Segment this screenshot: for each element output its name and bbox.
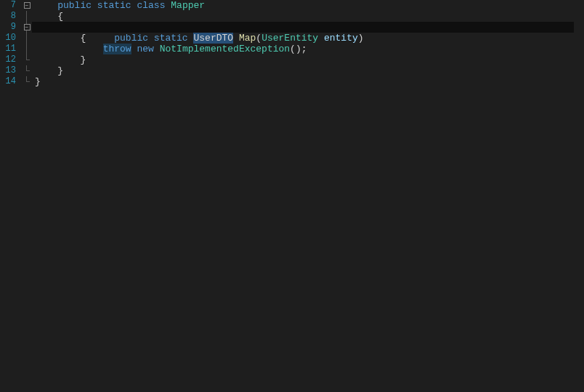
fold-toggle[interactable]: − (22, 0, 32, 11)
line-number: 12 (0, 54, 16, 65)
brace: { (35, 33, 86, 44)
selected-type: UserDTO (193, 33, 233, 44)
code-area[interactable]: public static class Mapper { public stat… (32, 0, 584, 392)
code-line[interactable]: throw new NotImplementedException(); (32, 44, 584, 54)
line-number: 11 (0, 44, 16, 54)
fold-gutter: − − (22, 0, 32, 392)
fold-end (22, 65, 32, 76)
code-line[interactable]: } (32, 65, 584, 76)
keyword: static (97, 0, 131, 11)
fold-guide (22, 33, 32, 44)
fold-guide (22, 44, 32, 54)
fold-toggle[interactable]: − (22, 22, 32, 33)
keyword: static (154, 33, 188, 44)
type-name: UserEntity (261, 33, 318, 44)
brace: } (35, 65, 63, 76)
keyword: public (114, 33, 148, 44)
line-number: 14 (0, 76, 16, 87)
code-line[interactable]: } (32, 76, 584, 87)
indent (35, 44, 103, 54)
line-number: 9 (0, 22, 16, 33)
type-name: NotImplementedException (160, 44, 290, 54)
keyword: public (57, 0, 92, 11)
code-line[interactable]: } (32, 54, 584, 65)
code-line[interactable]: public static UserDTO Map(UserEntity ent… (32, 22, 584, 33)
method-name: Map (239, 33, 256, 44)
line-number: 8 (0, 11, 16, 22)
indent (35, 0, 57, 11)
line-number: 10 (0, 33, 16, 44)
brace: { (35, 11, 63, 22)
code-line[interactable]: { (32, 11, 584, 22)
brace: } (35, 54, 86, 65)
fold-end (22, 76, 32, 87)
brace: } (35, 76, 41, 87)
keyword: throw (103, 44, 131, 54)
fold-guide (22, 11, 32, 22)
line-number-gutter: 7 8 9 10 11 12 13 14 (0, 0, 22, 392)
type-name: Mapper (171, 0, 205, 11)
fold-end (22, 54, 32, 65)
keyword: class (137, 0, 165, 11)
param-name: entity (324, 33, 358, 44)
line-number: 7 (0, 0, 16, 11)
code-editor[interactable]: 7 8 9 10 11 12 13 14 − − public static c… (0, 0, 584, 392)
line-number: 13 (0, 65, 16, 76)
vertical-scrollbar[interactable] (574, 0, 584, 392)
keyword: new (137, 44, 153, 54)
code-line[interactable]: public static class Mapper (32, 0, 584, 11)
